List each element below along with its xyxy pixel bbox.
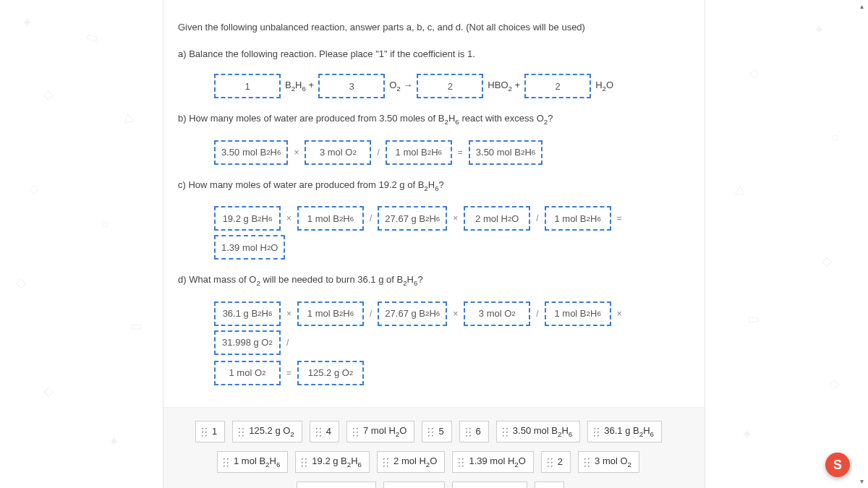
blank-b1[interactable]: 3.50 mol B2H6 bbox=[214, 140, 288, 165]
part-b-prompt: b) How many moles of water are produced … bbox=[178, 113, 690, 126]
label-h2o: H2O bbox=[595, 80, 613, 93]
bank-tile[interactable]: 1 mol B2H6 bbox=[217, 451, 288, 473]
blank-d1[interactable]: 36.1 g B2H6 bbox=[214, 301, 281, 326]
part-d-work-1: 36.1 g B2H6 × 1 mol B2H6 / 27.67 g B2H6 … bbox=[214, 301, 690, 355]
bank-tile[interactable]: 7 mol H2O bbox=[346, 421, 414, 442]
scrollbar[interactable]: ▴ ▾ bbox=[856, 0, 867, 488]
bank-tile[interactable]: 1 bbox=[195, 421, 225, 442]
blank-b2[interactable]: 3 mol O2 bbox=[305, 140, 371, 165]
blank-d4[interactable]: 3 mol O2 bbox=[464, 301, 530, 326]
scroll-down-icon[interactable]: ▾ bbox=[856, 476, 867, 487]
grip-icon bbox=[300, 457, 307, 467]
grip-icon bbox=[583, 457, 590, 467]
grip-icon bbox=[464, 427, 472, 437]
question-card: Given the following unbalanced reaction,… bbox=[163, 0, 705, 488]
label-b2h6: B2H6 + bbox=[285, 80, 314, 93]
grip-icon bbox=[222, 457, 229, 467]
grip-icon bbox=[237, 427, 244, 437]
blank-b4[interactable]: 3.50 mol B2H6 bbox=[469, 140, 542, 165]
op-div: / bbox=[375, 147, 380, 158]
bank-tile[interactable]: 27.67 g B2H6 bbox=[297, 481, 376, 488]
blank-a1[interactable]: 1 bbox=[214, 74, 281, 98]
grip-icon bbox=[501, 427, 509, 437]
bank-row-3: 27.67 g B2H61 mol O231.998 g O23 bbox=[181, 481, 687, 488]
part-d-work-2: 1 mol O2 = 125.2 g O2 bbox=[214, 361, 690, 385]
grip-icon bbox=[546, 457, 553, 467]
grip-icon bbox=[315, 427, 322, 437]
bank-tile[interactable]: 3 bbox=[535, 481, 564, 488]
label-o2: O2 → bbox=[389, 80, 412, 93]
question-intro: Given the following unbalanced reaction,… bbox=[178, 22, 690, 33]
blank-c4[interactable]: 2 mol H2O bbox=[464, 206, 530, 231]
blank-d2[interactable]: 1 mol B2H6 bbox=[297, 301, 364, 326]
part-c-prompt: c) How many moles of water are produced … bbox=[178, 179, 690, 192]
blank-b3[interactable]: 1 mol B2H6 bbox=[386, 140, 452, 165]
scroll-up-icon[interactable]: ▴ bbox=[856, 1, 867, 12]
grip-icon bbox=[382, 457, 389, 467]
part-d-prompt: d) What mass of O2 will be needed to bur… bbox=[178, 274, 690, 287]
part-b-work: 3.50 mol B2H6 × 3 mol O2 / 1 mol B2H6 = … bbox=[214, 140, 690, 165]
bank-tile[interactable]: 31.998 g O2 bbox=[452, 481, 527, 488]
bank-tile[interactable]: 2 mol H2O bbox=[377, 451, 445, 473]
grip-icon bbox=[200, 427, 208, 437]
bank-tile[interactable]: 36.1 g B2H6 bbox=[587, 421, 662, 442]
blank-d8[interactable]: 125.2 g O2 bbox=[297, 361, 364, 385]
blank-d6[interactable]: 31.998 g O2 bbox=[214, 330, 281, 355]
bank-tile[interactable]: 6 bbox=[459, 421, 489, 442]
grip-icon bbox=[457, 457, 464, 467]
bank-row-2: 1 mol B2H619.2 g B2H62 mol H2O1.39 mol H… bbox=[181, 451, 687, 473]
blank-c6[interactable]: 1.39 mol H2O bbox=[214, 235, 285, 260]
bank-row-1: 1125.2 g O247 mol H2O563.50 mol B2H636.1… bbox=[181, 421, 687, 442]
grip-icon bbox=[592, 427, 600, 437]
bank-tile[interactable]: 125.2 g O2 bbox=[232, 421, 302, 442]
blank-c3[interactable]: 27.67 g B2H6 bbox=[378, 206, 447, 231]
label-hbo2: HBO2 + bbox=[488, 80, 520, 93]
op-times: × bbox=[292, 147, 300, 158]
bank-tile[interactable]: 5 bbox=[422, 421, 451, 442]
bank-tile[interactable]: 1 mol O2 bbox=[383, 481, 445, 488]
part-c-work: 19.2 g B2H6 × 1 mol B2H6 / 27.67 g B2H6 … bbox=[214, 206, 690, 260]
part-a-prompt: a) Balance the following reaction. Pleas… bbox=[178, 48, 690, 59]
bank-tile[interactable]: 4 bbox=[310, 421, 339, 442]
blank-d3[interactable]: 27.67 g B2H6 bbox=[378, 301, 447, 326]
blank-d5[interactable]: 1 mol B2H6 bbox=[545, 301, 611, 326]
answer-bank: 1125.2 g O247 mol H2O563.50 mol B2H636.1… bbox=[163, 407, 705, 488]
blank-a2[interactable]: 3 bbox=[318, 74, 385, 98]
bank-tile[interactable]: 3.50 mol B2H6 bbox=[496, 421, 580, 442]
bank-tile[interactable]: 3 mol O2 bbox=[578, 451, 639, 473]
blank-d7[interactable]: 1 mol O2 bbox=[214, 361, 281, 385]
op-eq: = bbox=[456, 147, 464, 158]
blank-a3[interactable]: 2 bbox=[417, 74, 483, 98]
blank-c2[interactable]: 1 mol B2H6 bbox=[297, 206, 364, 231]
grip-icon bbox=[427, 427, 434, 437]
bank-tile[interactable]: 1.39 mol H2O bbox=[452, 451, 533, 473]
part-a-equation: 1 B2H6 + 3 O2 → 2 HBO2 + 2 H2O bbox=[214, 74, 690, 98]
bank-tile[interactable]: 2 bbox=[541, 451, 571, 473]
bank-tile[interactable]: 19.2 g B2H6 bbox=[295, 451, 370, 473]
blank-c5[interactable]: 1 mol B2H6 bbox=[545, 206, 611, 231]
blank-c1[interactable]: 19.2 g B2H6 bbox=[214, 206, 281, 231]
blank-a4[interactable]: 2 bbox=[524, 74, 591, 98]
grip-icon bbox=[352, 427, 359, 437]
support-badge[interactable]: S bbox=[825, 453, 850, 477]
